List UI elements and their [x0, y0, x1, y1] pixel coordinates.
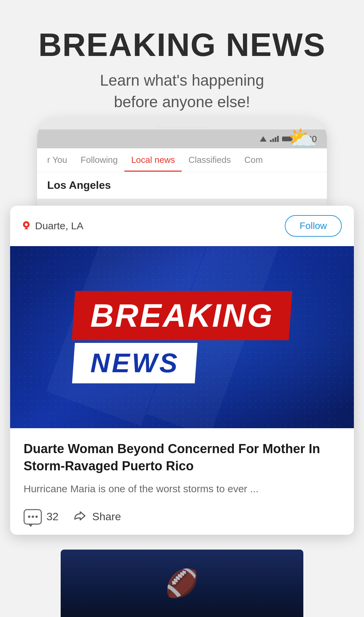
follow-button[interactable]: Follow — [285, 215, 342, 237]
subtitle: Learn what's happening before anyone els… — [0, 69, 364, 113]
news-white-bar: NEWS — [72, 343, 198, 383]
tab-classifieds[interactable]: Classifieds — [182, 148, 238, 172]
location-bar: Los Angeles ⛅ — [37, 172, 327, 199]
article-excerpt: Hurricane Maria is one of the worst stor… — [24, 481, 340, 496]
comment-area[interactable]: 32 — [24, 509, 59, 525]
tab-community[interactable]: Com — [238, 148, 270, 172]
card-location: Duarte, LA — [22, 220, 83, 232]
bottom-news-image: 🏈 — [61, 550, 303, 617]
wifi-icon — [260, 136, 267, 142]
nav-tabs: r You Following Local news Classifieds C… — [37, 148, 327, 172]
comment-count: 32 — [47, 510, 59, 523]
news-text: NEWS — [90, 348, 179, 379]
svg-point-1 — [25, 223, 28, 226]
weather-icon: ⛅ — [287, 125, 317, 152]
share-label: Share — [92, 510, 121, 523]
tab-for-you[interactable]: r You — [40, 148, 74, 172]
card-header: Duarte, LA Follow — [10, 206, 354, 246]
breaking-red-bar: BREAKING — [72, 291, 292, 340]
location-bar-text: Los Angeles — [47, 179, 111, 192]
comment-dots — [28, 516, 38, 518]
share-icon — [72, 509, 88, 525]
tab-local-news[interactable]: Local news — [124, 148, 182, 172]
location-pin-icon — [22, 221, 30, 231]
breaking-banner: BREAKING NEWS — [53, 291, 311, 383]
football-player-icon: 🏈 — [165, 567, 199, 599]
page-title: BREAKING NEWS — [0, 27, 364, 63]
tab-following[interactable]: Following — [74, 148, 124, 172]
card-popup: Duarte, LA Follow BREAKING NEWS Duarte W… — [10, 206, 354, 535]
news-image: BREAKING NEWS — [10, 246, 354, 428]
card-content: Duarte Woman Beyond Concerned For Mother… — [10, 428, 354, 535]
signal-icon — [270, 136, 279, 142]
breaking-text: BREAKING — [90, 297, 274, 334]
location-text: Duarte, LA — [35, 220, 83, 232]
comment-icon — [24, 509, 42, 525]
share-area[interactable]: Share — [72, 509, 121, 525]
status-bar: 12:30 — [37, 129, 327, 148]
phone-speaker: ··················· — [37, 118, 327, 129]
header-section: BREAKING NEWS Learn what's happening bef… — [0, 0, 364, 126]
article-title: Duarte Woman Beyond Concerned For Mother… — [24, 440, 340, 475]
card-footer: 32 Share — [24, 506, 340, 525]
